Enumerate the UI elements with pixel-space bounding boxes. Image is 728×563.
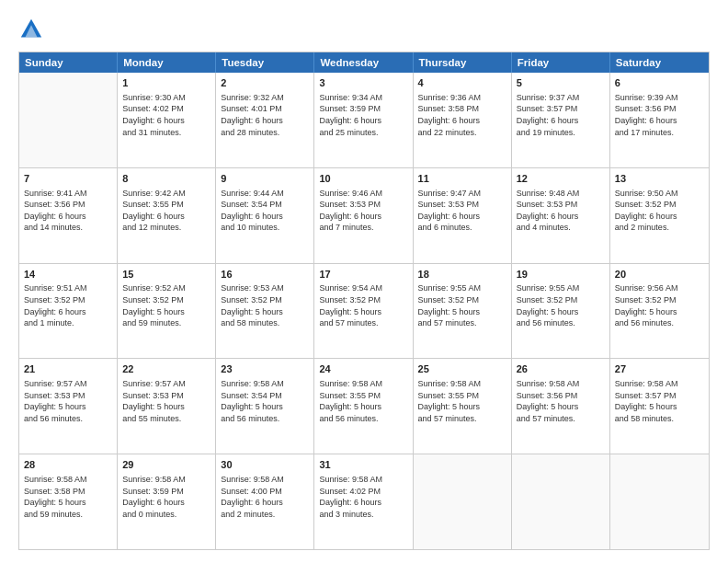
day-number: 12 xyxy=(517,172,605,186)
day-info: Sunrise: 9:57 AM Sunset: 3:53 PM Dayligh… xyxy=(122,378,210,424)
day-number: 17 xyxy=(319,268,407,282)
day-number: 3 xyxy=(319,76,407,90)
cal-week-0: 1Sunrise: 9:30 AM Sunset: 4:02 PM Daylig… xyxy=(19,73,709,167)
cal-day-8: 8Sunrise: 9:42 AM Sunset: 3:55 PM Daylig… xyxy=(118,168,216,263)
day-number: 14 xyxy=(24,268,112,282)
cal-day-6: 6Sunrise: 9:39 AM Sunset: 3:56 PM Daylig… xyxy=(610,73,709,167)
cal-day-14: 14Sunrise: 9:51 AM Sunset: 3:52 PM Dayli… xyxy=(19,264,118,359)
day-info: Sunrise: 9:52 AM Sunset: 3:52 PM Dayligh… xyxy=(122,282,210,328)
day-number: 2 xyxy=(221,76,309,90)
day-info: Sunrise: 9:55 AM Sunset: 3:52 PM Dayligh… xyxy=(418,282,506,328)
day-info: Sunrise: 9:58 AM Sunset: 4:00 PM Dayligh… xyxy=(221,474,309,520)
day-number: 13 xyxy=(615,172,704,186)
day-info: Sunrise: 9:58 AM Sunset: 4:02 PM Dayligh… xyxy=(319,474,407,520)
day-info: Sunrise: 9:44 AM Sunset: 3:54 PM Dayligh… xyxy=(221,188,309,234)
day-info: Sunrise: 9:57 AM Sunset: 3:53 PM Dayligh… xyxy=(24,378,112,424)
day-number: 9 xyxy=(221,172,309,186)
day-info: Sunrise: 9:58 AM Sunset: 3:59 PM Dayligh… xyxy=(122,474,210,520)
cal-day-20: 20Sunrise: 9:56 AM Sunset: 3:52 PM Dayli… xyxy=(610,264,709,359)
day-info: Sunrise: 9:48 AM Sunset: 3:53 PM Dayligh… xyxy=(517,188,605,234)
day-number: 29 xyxy=(122,458,210,472)
day-info: Sunrise: 9:41 AM Sunset: 3:56 PM Dayligh… xyxy=(24,188,112,234)
day-number: 4 xyxy=(418,76,506,90)
day-info: Sunrise: 9:51 AM Sunset: 3:52 PM Dayligh… xyxy=(24,282,112,328)
header-day-thursday: Thursday xyxy=(414,52,512,73)
day-number: 1 xyxy=(122,76,210,90)
cal-day-11: 11Sunrise: 9:47 AM Sunset: 3:53 PM Dayli… xyxy=(414,168,512,263)
cal-day-empty xyxy=(19,73,118,167)
cal-day-26: 26Sunrise: 9:58 AM Sunset: 3:56 PM Dayli… xyxy=(512,359,610,454)
day-info: Sunrise: 9:58 AM Sunset: 3:55 PM Dayligh… xyxy=(319,378,407,424)
day-info: Sunrise: 9:58 AM Sunset: 3:55 PM Dayligh… xyxy=(418,378,506,424)
page: SundayMondayTuesdayWednesdayThursdayFrid… xyxy=(0,0,728,563)
cal-week-4: 28Sunrise: 9:58 AM Sunset: 3:58 PM Dayli… xyxy=(19,454,709,549)
cal-day-28: 28Sunrise: 9:58 AM Sunset: 3:58 PM Dayli… xyxy=(19,454,118,549)
cal-day-12: 12Sunrise: 9:48 AM Sunset: 3:53 PM Dayli… xyxy=(512,168,610,263)
day-number: 11 xyxy=(418,172,506,186)
cal-day-24: 24Sunrise: 9:58 AM Sunset: 3:55 PM Dayli… xyxy=(314,359,413,454)
header-day-sunday: Sunday xyxy=(19,52,118,73)
day-info: Sunrise: 9:58 AM Sunset: 3:57 PM Dayligh… xyxy=(615,378,704,424)
header-day-saturday: Saturday xyxy=(610,52,709,73)
header xyxy=(18,17,710,42)
cal-day-16: 16Sunrise: 9:53 AM Sunset: 3:52 PM Dayli… xyxy=(216,264,314,359)
day-info: Sunrise: 9:37 AM Sunset: 3:57 PM Dayligh… xyxy=(517,92,605,138)
cal-day-7: 7Sunrise: 9:41 AM Sunset: 3:56 PM Daylig… xyxy=(19,168,118,263)
cal-day-4: 4Sunrise: 9:36 AM Sunset: 3:58 PM Daylig… xyxy=(414,73,512,167)
day-number: 19 xyxy=(517,268,605,282)
day-number: 6 xyxy=(615,76,704,90)
day-info: Sunrise: 9:34 AM Sunset: 3:59 PM Dayligh… xyxy=(319,92,407,138)
day-info: Sunrise: 9:58 AM Sunset: 3:58 PM Dayligh… xyxy=(24,474,112,520)
cal-day-29: 29Sunrise: 9:58 AM Sunset: 3:59 PM Dayli… xyxy=(118,454,216,549)
cal-day-5: 5Sunrise: 9:37 AM Sunset: 3:57 PM Daylig… xyxy=(512,73,610,167)
day-info: Sunrise: 9:56 AM Sunset: 3:52 PM Dayligh… xyxy=(615,282,704,328)
cal-day-17: 17Sunrise: 9:54 AM Sunset: 3:52 PM Dayli… xyxy=(314,264,413,359)
day-number: 18 xyxy=(418,268,506,282)
day-number: 27 xyxy=(615,362,704,376)
cal-day-empty xyxy=(414,454,512,549)
header-day-friday: Friday xyxy=(512,52,610,73)
calendar-header: SundayMondayTuesdayWednesdayThursdayFrid… xyxy=(19,52,709,73)
day-info: Sunrise: 9:53 AM Sunset: 3:52 PM Dayligh… xyxy=(221,282,309,328)
cal-day-3: 3Sunrise: 9:34 AM Sunset: 3:59 PM Daylig… xyxy=(314,73,413,167)
day-number: 7 xyxy=(24,172,112,186)
day-number: 25 xyxy=(418,362,506,376)
cal-day-9: 9Sunrise: 9:44 AM Sunset: 3:54 PM Daylig… xyxy=(216,168,314,263)
day-number: 16 xyxy=(221,268,309,282)
day-number: 23 xyxy=(221,362,309,376)
logo xyxy=(18,17,48,42)
day-number: 20 xyxy=(615,268,704,282)
day-number: 5 xyxy=(517,76,605,90)
day-info: Sunrise: 9:47 AM Sunset: 3:53 PM Dayligh… xyxy=(418,188,506,234)
logo-icon xyxy=(18,17,44,42)
cal-day-2: 2Sunrise: 9:32 AM Sunset: 4:01 PM Daylig… xyxy=(216,73,314,167)
cal-day-18: 18Sunrise: 9:55 AM Sunset: 3:52 PM Dayli… xyxy=(414,264,512,359)
cal-day-19: 19Sunrise: 9:55 AM Sunset: 3:52 PM Dayli… xyxy=(512,264,610,359)
cal-day-22: 22Sunrise: 9:57 AM Sunset: 3:53 PM Dayli… xyxy=(118,359,216,454)
cal-week-2: 14Sunrise: 9:51 AM Sunset: 3:52 PM Dayli… xyxy=(19,263,709,359)
cal-week-3: 21Sunrise: 9:57 AM Sunset: 3:53 PM Dayli… xyxy=(19,358,709,454)
cal-day-1: 1Sunrise: 9:30 AM Sunset: 4:02 PM Daylig… xyxy=(118,73,216,167)
cal-day-21: 21Sunrise: 9:57 AM Sunset: 3:53 PM Dayli… xyxy=(19,359,118,454)
cal-day-23: 23Sunrise: 9:58 AM Sunset: 3:54 PM Dayli… xyxy=(216,359,314,454)
day-info: Sunrise: 9:58 AM Sunset: 3:54 PM Dayligh… xyxy=(221,378,309,424)
header-day-wednesday: Wednesday xyxy=(314,52,413,73)
day-info: Sunrise: 9:55 AM Sunset: 3:52 PM Dayligh… xyxy=(517,282,605,328)
day-number: 28 xyxy=(24,458,112,472)
calendar: SundayMondayTuesdayWednesdayThursdayFrid… xyxy=(18,52,710,550)
day-info: Sunrise: 9:50 AM Sunset: 3:52 PM Dayligh… xyxy=(615,188,704,234)
day-number: 26 xyxy=(517,362,605,376)
day-info: Sunrise: 9:58 AM Sunset: 3:56 PM Dayligh… xyxy=(517,378,605,424)
cal-day-empty xyxy=(512,454,610,549)
cal-week-1: 7Sunrise: 9:41 AM Sunset: 3:56 PM Daylig… xyxy=(19,167,709,263)
day-info: Sunrise: 9:46 AM Sunset: 3:53 PM Dayligh… xyxy=(319,188,407,234)
day-number: 10 xyxy=(319,172,407,186)
header-day-monday: Monday xyxy=(118,52,216,73)
cal-day-10: 10Sunrise: 9:46 AM Sunset: 3:53 PM Dayli… xyxy=(314,168,413,263)
cal-day-30: 30Sunrise: 9:58 AM Sunset: 4:00 PM Dayli… xyxy=(216,454,314,549)
cal-day-empty xyxy=(610,454,709,549)
day-info: Sunrise: 9:32 AM Sunset: 4:01 PM Dayligh… xyxy=(221,92,309,138)
cal-day-27: 27Sunrise: 9:58 AM Sunset: 3:57 PM Dayli… xyxy=(610,359,709,454)
day-info: Sunrise: 9:36 AM Sunset: 3:58 PM Dayligh… xyxy=(418,92,506,138)
calendar-body: 1Sunrise: 9:30 AM Sunset: 4:02 PM Daylig… xyxy=(19,73,709,549)
